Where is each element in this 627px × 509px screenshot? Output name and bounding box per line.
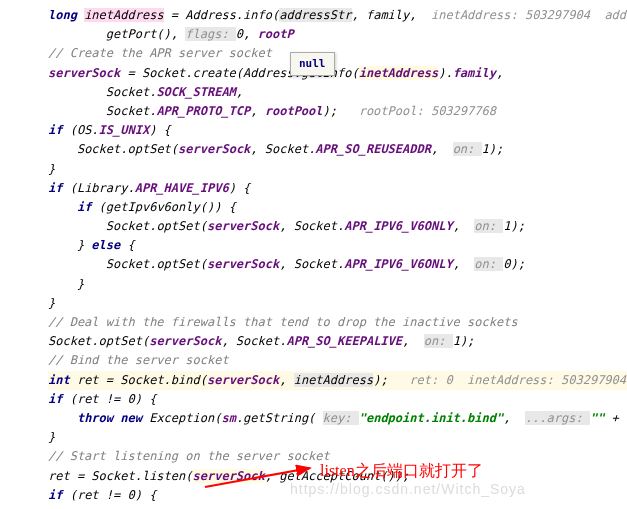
code-line: } — [48, 160, 627, 179]
code-line: } else { — [48, 236, 627, 255]
watermark: https://blog.csdn.net/Witch_Soya — [290, 478, 526, 500]
code-line: Socket.SOCK_STREAM, — [48, 83, 627, 102]
code-line: throw new Exception(sm.getString( key: "… — [48, 409, 627, 428]
code-line: } — [48, 275, 627, 294]
code-line: Socket.optSet(serverSock, Socket.APR_SO_… — [48, 332, 627, 351]
hover-tooltip: null — [290, 52, 335, 76]
code-line: Socket.optSet(serverSock, Socket.APR_SO_… — [48, 140, 627, 159]
code-line: Socket.APR_PROTO_TCP, rootPool); rootPoo… — [48, 102, 627, 121]
code-line: getPort(), flags: 0, rootP — [48, 25, 627, 44]
code-line: Socket.optSet(serverSock, Socket.APR_IPV… — [48, 255, 627, 274]
code-line: } — [48, 428, 627, 447]
code-editor[interactable]: long inetAddress = Address.info(addressS… — [0, 0, 627, 505]
code-line: if (OS.IS_UNIX) { — [48, 121, 627, 140]
code-line: Socket.optSet(serverSock, Socket.APR_IPV… — [48, 217, 627, 236]
code-comment: // Deal with the firewalls that tend to … — [48, 313, 627, 332]
code-comment: // Create the APR server socket — [48, 44, 627, 63]
code-line: if (getIpv6v6only()) { — [48, 198, 627, 217]
code-line: serverSock = Socket.create(Address.getIn… — [48, 64, 627, 83]
code-line-highlighted: int ret = Socket.bind(serverSock, inetAd… — [48, 371, 627, 390]
code-line: if (Library.APR_HAVE_IPV6) { — [48, 179, 627, 198]
code-line: if (ret != 0) { — [48, 390, 627, 409]
code-comment: // Bind the server socket — [48, 351, 627, 370]
code-line: long inetAddress = Address.info(addressS… — [48, 6, 627, 25]
code-line: } — [48, 294, 627, 313]
